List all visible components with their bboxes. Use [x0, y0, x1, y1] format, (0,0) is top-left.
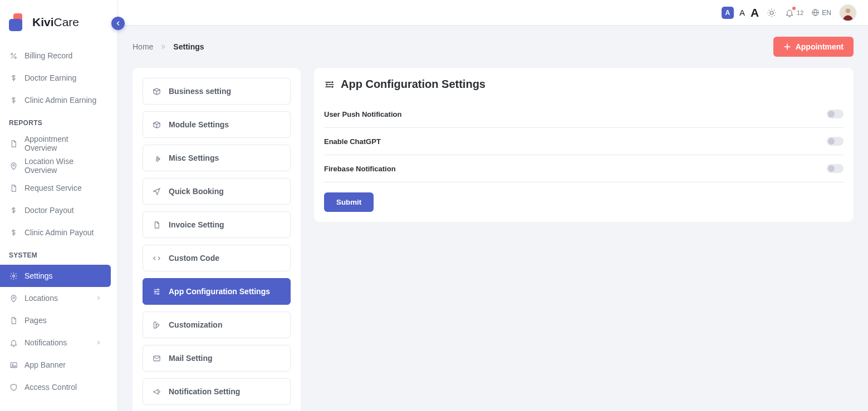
chevron-right-icon: [95, 339, 102, 346]
font-size-small[interactable]: A: [722, 7, 734, 19]
sidebar-item-pages[interactable]: Pages: [0, 309, 111, 331]
toggle-user-push-notification[interactable]: [827, 110, 844, 118]
sidebar-item-request-service[interactable]: Request Service: [0, 177, 111, 199]
box-icon: [152, 120, 161, 129]
sidebar-section-reports: REPORTS: [0, 111, 117, 132]
settings-tab-mail-setting[interactable]: Mail Setting: [143, 345, 291, 372]
svg-point-13: [157, 293, 159, 295]
svg-rect-14: [154, 321, 156, 328]
brand-logo-icon: [9, 13, 27, 31]
new-appointment-button[interactable]: Appointment: [773, 37, 854, 57]
setting-row-enable-chatgpt: Enable ChatGPT: [324, 128, 844, 155]
settings-tab-label: Business setting: [169, 87, 231, 96]
swatch-icon: [152, 320, 161, 329]
sidebar-item-clinic-admin-payout[interactable]: Clinic Admin Payout: [0, 221, 111, 244]
sidebar-item-doctor-payout[interactable]: Doctor Payout: [0, 199, 111, 221]
setting-label: User Push Notification: [324, 110, 401, 118]
svg-point-11: [157, 289, 159, 290]
toggle-enable-chatgpt[interactable]: [827, 137, 844, 146]
sidebar-item-doctor-earning[interactable]: Doctor Earning: [0, 67, 111, 89]
send-icon: [152, 187, 161, 196]
settings-tab-label: Mail Setting: [169, 354, 213, 363]
breadcrumb-sep-icon: [160, 43, 166, 50]
page: A A A 12 EN Home Settings: [118, 0, 868, 411]
svg-point-7: [770, 11, 773, 14]
sidebar-collapse-button[interactable]: [111, 17, 125, 30]
settings-tab-label: Misc Settings: [169, 153, 219, 162]
dollar-icon: [9, 206, 18, 215]
font-size-medium[interactable]: A: [739, 8, 745, 17]
work-area: Home Settings Appointment Business setti…: [118, 26, 868, 411]
settings-tab-custom-code[interactable]: Custom Code: [143, 245, 291, 271]
svg-point-12: [154, 291, 156, 293]
box-icon: [152, 87, 161, 96]
breadcrumb-home[interactable]: Home: [133, 42, 153, 51]
notification-count: 12: [797, 9, 803, 16]
sidebar-item-locations[interactable]: Locations: [0, 287, 111, 309]
settings-tab-misc-settings[interactable]: Misc Settings: [143, 145, 291, 171]
sidebar-item-location-wise-overview[interactable]: Location Wise Overview: [0, 155, 111, 177]
svg-point-0: [11, 53, 12, 55]
sidebar-item-label: Notifications: [24, 338, 67, 347]
settings-tab-label: Notification Setting: [169, 387, 240, 396]
sidebar-item-notifications[interactable]: Notifications: [0, 331, 111, 354]
notification-bell-icon[interactable]: [784, 8, 795, 18]
settings-panel-card: App Configuration Settings User Push Not…: [314, 68, 854, 222]
settings-tab-app-configuration-settings[interactable]: App Configuration Settings: [143, 278, 291, 305]
sidebar-item-billing-record[interactable]: Billing Record: [0, 44, 111, 67]
svg-point-1: [14, 57, 16, 58]
sliders-icon: [152, 287, 161, 296]
settings-tab-business-setting[interactable]: Business setting: [143, 78, 291, 105]
topbar: A A A 12 EN: [118, 0, 868, 26]
panel-title: App Configuration Settings: [324, 78, 844, 91]
pin-icon: [9, 294, 18, 303]
brand-name: KiviCare: [32, 16, 79, 29]
svg-point-6: [12, 364, 13, 365]
settings-tab-label: Custom Code: [169, 254, 219, 263]
setting-label: Firebase Notification: [324, 165, 396, 173]
settings-tab-label: Customization: [169, 320, 222, 329]
sidebar-item-app-banner[interactable]: App Banner: [0, 354, 111, 376]
image-icon: [9, 360, 18, 369]
svg-point-2: [12, 164, 14, 166]
sidebar-item-label: Location Wise Overview: [24, 157, 102, 175]
submit-button[interactable]: Submit: [324, 192, 374, 212]
settings-tab-label: App Configuration Settings: [169, 287, 270, 296]
wrench-icon: [152, 153, 161, 162]
brand[interactable]: KiviCare: [0, 0, 117, 44]
shield-icon: [9, 383, 18, 392]
sidebar-item-label: Settings: [24, 271, 53, 280]
sidebar-item-settings[interactable]: Settings: [0, 265, 111, 287]
code-icon: [152, 254, 161, 263]
bell-icon: [9, 338, 18, 347]
sidebar-item-label: App Banner: [24, 360, 66, 369]
font-size-switch: A A A: [722, 6, 759, 19]
sidebar-item-label: Appointment Overview: [24, 135, 102, 152]
dollar-icon: [9, 228, 18, 237]
sidebar-item-appointment-overview[interactable]: Appointment Overview: [0, 132, 111, 155]
gear-icon: [9, 271, 18, 280]
sidebar-item-access-control[interactable]: Access Control: [0, 376, 111, 398]
sidebar-item-clinic-admin-earning[interactable]: Clinic Admin Earning: [0, 89, 111, 111]
settings-tab-customization[interactable]: Customization: [143, 311, 291, 338]
sidebar-section-system: SYSTEM: [0, 244, 117, 265]
user-avatar[interactable]: [839, 4, 857, 22]
language-picker[interactable]: EN: [811, 8, 831, 17]
svg-point-10: [846, 8, 851, 13]
toggle-firebase-notification[interactable]: [827, 164, 844, 173]
sidebar-item-label: Clinic Admin Earning: [24, 96, 96, 105]
settings-tab-quick-booking[interactable]: Quick Booking: [143, 178, 291, 205]
breadcrumb-current: Settings: [173, 42, 204, 51]
dollar-icon: [9, 96, 18, 105]
theme-toggle-icon[interactable]: [767, 8, 777, 18]
settings-tab-module-settings[interactable]: Module Settings: [143, 111, 291, 138]
font-size-large[interactable]: A: [751, 6, 759, 19]
doc-icon: [9, 184, 18, 192]
settings-tab-label: Quick Booking: [169, 187, 224, 196]
sidebar-item-label: Pages: [24, 316, 47, 325]
setting-label: Enable ChatGPT: [324, 137, 381, 146]
chevron-right-icon: [95, 295, 102, 301]
settings-tab-notification-setting[interactable]: Notification Setting: [143, 378, 291, 405]
sidebar-item-label: Doctor Earning: [24, 73, 76, 82]
settings-tab-invoice-setting[interactable]: Invoice Setting: [143, 211, 291, 238]
